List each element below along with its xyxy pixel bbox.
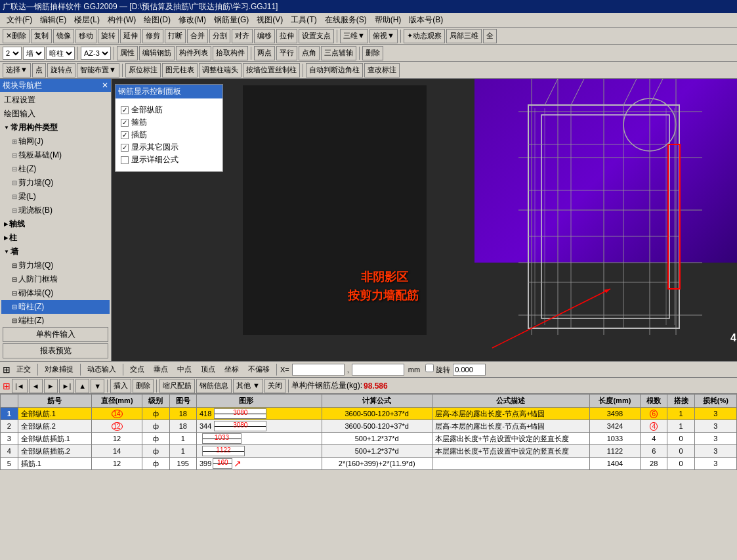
dynamic-view-btn[interactable]: ✦动态观察 [404,29,445,43]
close-btn[interactable]: 关闭 [264,379,285,393]
rebar-chk-detail-formula[interactable] [121,156,129,164]
nav-first-btn[interactable]: |◄ [12,379,28,393]
nav-next-btn[interactable]: ► [44,379,58,393]
3d-btn[interactable]: 三维▼ [340,29,368,43]
menu-view[interactable]: 视图(V) [253,13,287,27]
sidebar-group-col[interactable]: ▶ 柱 [1,231,110,245]
sidebar-group-axis[interactable]: ▶ 轴线 [1,217,110,231]
element-list-btn[interactable]: 构件列表 [176,46,211,60]
edit-rebar-btn[interactable]: 编辑钢筋 [139,46,175,60]
props-btn[interactable]: 属性 [117,46,138,60]
intersection-btn[interactable]: 交点 [127,363,148,376]
type-select[interactable]: 墙 [23,47,45,60]
full-btn[interactable]: 全 [483,29,497,43]
nav-up-btn[interactable]: ▲ [75,379,89,393]
rotate-btn[interactable]: 旋转 [98,29,119,43]
menu-help[interactable]: 帮助(H) [371,13,406,27]
sidebar-item-column[interactable]: ⊟ 柱(Z) [1,162,110,176]
align-btn[interactable]: 对齐 [232,29,253,43]
table-del-btn[interactable]: 删除 [133,379,154,393]
nav-down-btn[interactable]: ▼ [91,379,104,393]
set-pivot-btn[interactable]: 设置支点 [299,29,334,43]
edit-mark-btn[interactable]: 查改标注 [364,63,400,77]
smart-place-btn[interactable]: 智能布置▼ [77,63,119,77]
menu-file[interactable]: 文件(F) [3,13,36,27]
auto-corner-btn[interactable]: 自动判断边角柱 [306,63,363,77]
split-btn[interactable]: 分割 [209,29,230,43]
sidebar-item-draw-input[interactable]: 绘图输入 [1,107,110,121]
col-type-select[interactable]: 暗柱 [46,47,75,60]
sidebar-item-slab[interactable]: ⊟ 现浇板(B) [1,204,110,217]
sidebar-item-shearwall2[interactable]: ⊟ 剪力墙(Q) [1,259,110,272]
element-id-select[interactable]: AZ-3 [81,47,111,60]
copy-btn[interactable]: 复制 [31,29,52,43]
in-place-mark-btn[interactable]: 原位标注 [125,63,161,77]
three-point-btn[interactable]: 三点辅轴 [321,46,356,60]
break-btn[interactable]: 打断 [165,29,186,43]
table-row[interactable]: 4 全部纵筋插筋.2 14 ф 1 1122 5 [1,445,737,458]
menu-online[interactable]: 在线服务(S) [321,13,371,27]
view-btn[interactable]: 俯视▼ [369,29,398,43]
mirror-btn[interactable]: 镜像 [53,29,74,43]
sidebar-item-beam[interactable]: ⊟ 梁(L) [1,190,110,204]
menu-tools[interactable]: 工具(T) [287,13,320,27]
parallel-btn[interactable]: 平行 [276,46,297,60]
report-preview-btn[interactable]: 报表预览 [3,343,108,358]
scale-rebar-btn[interactable]: 缩尺配筋 [159,379,195,393]
sidebar-item-endcol[interactable]: ⊟ 端柱(Z) [1,314,110,324]
insert-btn[interactable]: 插入 [110,379,131,393]
rebar-table-scroll[interactable]: 筋号 直径(mm) 级别 图号 图形 计算公式 公式描述 长度(mm) 根数 搭… [0,394,737,496]
sidebar-item-shearwall[interactable]: ⊟ 剪力墙(Q) [1,176,110,190]
sidebar-item-adfwall[interactable]: ⊟ 人防门框墙 [1,272,110,286]
offset-btn[interactable]: 编移 [254,29,275,43]
menu-rebar-qty[interactable]: 钢筋量(G) [210,13,253,27]
menu-edit[interactable]: 编辑(E) [36,13,70,27]
extend-btn[interactable]: 延伸 [120,29,141,43]
point-angle-btn[interactable]: 点角 [299,46,320,60]
rotate-check[interactable] [425,364,434,372]
y-input[interactable] [352,364,404,376]
rotate-input[interactable] [453,364,486,376]
trim-btn[interactable]: 修剪 [142,29,163,43]
perpendicular-btn[interactable]: 垂点 [150,363,171,376]
sidebar-group-wall[interactable]: ▼ 墙 [1,245,110,259]
floor-select[interactable]: 2 [3,47,22,60]
move-btn[interactable]: 移动 [75,29,96,43]
menu-draw[interactable]: 绘图(D) [140,13,175,27]
rebar-info-btn[interactable]: 钢筋信息 [196,379,232,393]
menu-version[interactable]: 版本号(B) [405,13,447,27]
sidebar-close-icon[interactable]: ✕ [102,81,108,90]
del-axis-btn[interactable]: 删除 [362,46,383,60]
rebar-chk-insert[interactable]: ✓ [121,131,129,139]
rotate-point-btn[interactable]: 旋转点 [47,63,75,77]
local-3d-btn[interactable]: 局部三维 [446,29,482,43]
point-btn[interactable]: 点 [32,63,46,77]
fig-col-table-btn[interactable]: 图元柱表 [162,63,198,77]
other-btn[interactable]: 其他 ▼ [233,379,263,393]
object-snap-btn[interactable]: 对象捕捉 [41,363,77,376]
menu-element[interactable]: 构件(W) [104,13,140,27]
sidebar-item-project-settings[interactable]: 工程设置 [1,93,110,107]
table-row[interactable]: 5 插筋.1 12 ф 195 399 160 ↗ [1,458,737,470]
sidebar-group-common[interactable]: ▼ 常用构件类型 [1,121,110,135]
orthogonal-btn[interactable]: 正交 [13,363,34,376]
sidebar-item-hidcol[interactable]: ⊟ 暗柱(Z) [1,300,110,314]
merge-btn[interactable]: 合并 [187,29,208,43]
sidebar-item-axis[interactable]: ⊞ 轴网(J) [1,135,110,148]
pick-element-btn[interactable]: 拾取构件 [213,46,248,60]
coordinate-btn[interactable]: 坐标 [221,363,242,376]
table-row[interactable]: 2 全部纵筋.2 12 ф 18 344 3080 [1,420,737,433]
sidebar-item-masonrywall[interactable]: ⊟ 砌体墙(Q) [1,286,110,300]
dynamic-input-btn[interactable]: 动态输入 [84,363,119,376]
menu-modify[interactable]: 修改(M) [175,13,210,27]
adjust-col-end-btn[interactable]: 调整柱端头 [199,63,242,77]
two-point-btn[interactable]: 两点 [254,46,275,60]
nav-last-btn[interactable]: ►| [59,379,75,393]
no-offset-btn[interactable]: 不偏移 [245,363,273,376]
rebar-chk-other-circle[interactable]: ✓ [121,144,129,152]
table-row[interactable]: 3 全部纵筋插筋.1 12 ф 1 1033 5 [1,433,737,445]
rebar-chk-stirrup[interactable]: ✓ [121,119,129,127]
nav-prev-btn[interactable]: ◄ [29,379,43,393]
wall-pos-btn[interactable]: 按墙位置丝制柱 [243,63,300,77]
single-element-input-btn[interactable]: 单构件输入 [3,327,108,342]
